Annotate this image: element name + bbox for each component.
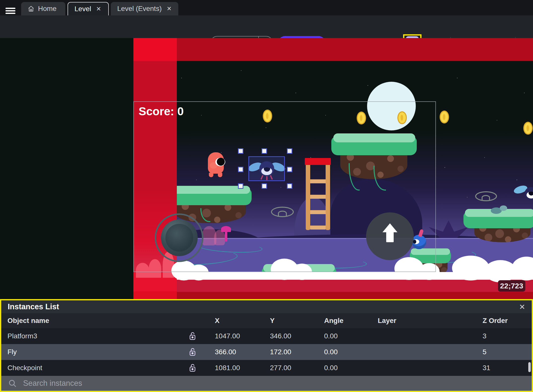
cloud: [484, 260, 517, 282]
instance-z-order[interactable]: 3: [483, 332, 532, 340]
selection-handle[interactable]: [262, 148, 267, 154]
selection-handle[interactable]: [238, 148, 243, 154]
toolbar: Preview Publish: [0, 15, 533, 38]
col-angle[interactable]: Angle: [324, 317, 378, 325]
camera-frame: [133, 101, 436, 272]
home-icon: [28, 5, 35, 12]
instance-y[interactable]: 346.00: [270, 332, 324, 340]
unlock-icon[interactable]: [189, 363, 196, 373]
col-z-order[interactable]: Z Order: [483, 317, 532, 325]
unlock-icon[interactable]: [189, 347, 196, 357]
instance-z-order[interactable]: 5: [483, 348, 532, 356]
instance-x[interactable]: 366.00: [215, 348, 270, 356]
instance-x[interactable]: 1047.00: [215, 332, 270, 340]
menu-icon[interactable]: [5, 8, 15, 14]
fly-enemy-object[interactable]: [514, 184, 533, 204]
instance-name: Checkpoint: [7, 364, 189, 372]
instance-y[interactable]: 172.00: [270, 348, 324, 356]
table-row-selected[interactable]: Fly 366.00 172.00 0.00 5: [1, 344, 532, 360]
col-layer[interactable]: Layer: [378, 317, 483, 325]
instance-angle[interactable]: 0.00: [324, 364, 378, 372]
eye-decoration[interactable]: [475, 191, 497, 201]
scene-canvas[interactable]: Score: 0 22;723: [0, 38, 533, 299]
selection-rectangle: [248, 156, 285, 181]
col-object-name[interactable]: Object name: [7, 317, 189, 325]
instance-name: Fly: [7, 348, 189, 356]
search-input[interactable]: [23, 379, 420, 388]
tab-home[interactable]: Home: [21, 2, 65, 15]
col-y[interactable]: Y: [270, 317, 324, 325]
table-row[interactable]: Checkpoint 1081.00 277.00 0.00 31: [1, 360, 532, 376]
cloud: [452, 256, 489, 280]
table-row[interactable]: Platform3 1047.00 346.00 0.00 3: [1, 328, 532, 344]
crimson-strip: [177, 280, 533, 292]
instance-z-order[interactable]: 31: [483, 364, 532, 372]
tab-level-events[interactable]: Level (Events) ✕: [111, 2, 178, 15]
unlock-icon[interactable]: [189, 331, 196, 341]
selection-handle[interactable]: [238, 183, 243, 189]
tab-bar: Home Level ✕ Level (Events) ✕: [0, 0, 533, 15]
panel-title-bar: Instances List ✕: [1, 300, 532, 313]
selection-handle[interactable]: [287, 148, 292, 154]
tab-label: Level: [75, 5, 91, 13]
search-icon: [8, 379, 17, 388]
instance-name: Platform3: [7, 332, 189, 340]
selection-handle[interactable]: [262, 183, 267, 189]
coords-badge: 22;723: [498, 280, 525, 292]
close-panel-icon[interactable]: ✕: [519, 303, 525, 311]
coin-object[interactable]: [523, 122, 533, 135]
instance-x[interactable]: 1081.00: [215, 364, 270, 372]
selection-handle[interactable]: [287, 167, 292, 172]
instances-table-header: Object name X Y Angle Layer Z Order: [1, 313, 532, 328]
selection-handle[interactable]: [287, 183, 292, 189]
selection-handle[interactable]: [238, 167, 243, 172]
instance-angle[interactable]: 0.00: [324, 332, 378, 340]
dark-red-strip: [177, 292, 533, 299]
platform-object[interactable]: [463, 209, 533, 242]
instance-y[interactable]: 277.00: [270, 364, 324, 372]
red-band-horizontal[interactable]: [177, 38, 533, 61]
search-bar: [1, 376, 532, 391]
close-tab-icon[interactable]: ✕: [165, 5, 172, 12]
tab-label: Level (Events): [117, 5, 162, 13]
coin-object[interactable]: [440, 111, 449, 123]
panel-title: Instances List: [8, 302, 59, 311]
instances-list-panel: Instances List ✕ Object name X Y Angle L…: [0, 299, 533, 392]
score-text-object[interactable]: Score: 0: [139, 105, 184, 118]
instance-angle[interactable]: 0.00: [324, 348, 378, 356]
tab-level[interactable]: Level ✕: [68, 2, 109, 15]
close-tab-icon[interactable]: ✕: [95, 5, 101, 12]
col-x[interactable]: X: [215, 317, 270, 325]
tab-label: Home: [38, 5, 57, 13]
scrollbar-thumb[interactable]: [528, 362, 531, 372]
